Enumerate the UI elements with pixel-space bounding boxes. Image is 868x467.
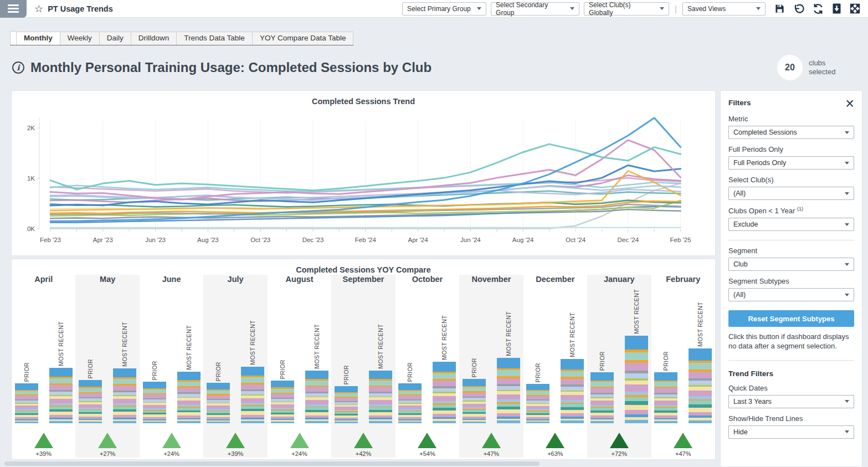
bar-segment (433, 421, 456, 423)
yoy-change-value: +47% (484, 450, 499, 457)
bar-segment (561, 371, 584, 377)
clubs-globally-dropdown[interactable]: Select Club(s) Globally (584, 2, 669, 16)
filter-label: Show/Hide Trend Lines (728, 414, 854, 423)
toolbar: Select Primary Group Select Secondary Gr… (402, 2, 868, 16)
bar-segment (271, 422, 294, 423)
most-recent-bar (49, 368, 73, 423)
bar-segment (625, 381, 648, 385)
bar-segment (241, 384, 264, 389)
chevron-down-icon (845, 162, 849, 165)
tab-trends-data-table[interactable]: Trends Data Table (177, 32, 253, 45)
horizontal-scrollbar[interactable] (4, 461, 540, 466)
prior-bar (207, 383, 230, 423)
undo-icon[interactable] (793, 3, 804, 14)
bar-label: PRIOR (599, 351, 605, 371)
bar-segment (625, 420, 648, 423)
tab-daily[interactable]: Daily (100, 32, 131, 45)
reset-segment-subtypes-button[interactable]: Reset Segment Subtypes (728, 310, 854, 327)
bar-segment (177, 388, 201, 392)
tab-stub (10, 31, 17, 45)
saved-views-dropdown[interactable]: Saved Views (682, 2, 766, 16)
trend-chart-card: Completed Sessions Trend 0K1K2KFeb '23Ap… (11, 90, 716, 256)
filter-select-full-periods-only[interactable]: Full Periods Only (728, 156, 854, 170)
filter-select-value: Hide (733, 428, 748, 436)
prior-bar (15, 383, 38, 423)
bar-segment (369, 371, 392, 379)
tab-drilldown[interactable]: Drilldown (131, 32, 177, 45)
most-recent-bar-group: MOST RECENT (369, 324, 392, 423)
bar-segment (433, 362, 456, 372)
bar-segment (49, 378, 73, 383)
bar-segment (143, 382, 166, 388)
expand-icon[interactable] (850, 3, 860, 14)
close-icon[interactable]: × (845, 99, 854, 109)
menu-icon[interactable] (0, 0, 27, 18)
panel-divider (728, 240, 854, 240)
tab-monthly[interactable]: Monthly (17, 32, 60, 45)
filter-select-clubs-open-1-year[interactable]: Exclude (728, 218, 854, 231)
most-recent-bar-group: MOST RECENT (177, 325, 201, 423)
month-label: June (162, 275, 181, 288)
bar-label: MOST RECENT (314, 324, 320, 369)
info-icon[interactable]: i (12, 61, 24, 74)
refresh-icon[interactable] (813, 3, 824, 14)
most-recent-bar-group: MOST RECENT (49, 321, 73, 423)
bar-pair: PRIORMOST RECENT (335, 288, 392, 423)
download-icon[interactable] (832, 3, 841, 14)
chevron-down-icon (570, 7, 574, 10)
primary-group-dropdown-label: Select Primary Group (407, 5, 471, 13)
month-label: September (343, 275, 384, 288)
page-header: i Monthly Personal Training Usage: Compl… (12, 55, 861, 80)
top-bar: ☆ PT Usage Trends Select Primary Group S… (0, 0, 868, 18)
most-recent-bar-group: MOST RECENT (561, 312, 584, 423)
secondary-group-dropdown[interactable]: Select Secondary Group (491, 2, 579, 16)
tab-weekly[interactable]: Weekly (60, 32, 100, 45)
filter-label: Clubs Open < 1 Year (1) (728, 206, 854, 215)
chevron-down-icon (660, 7, 664, 10)
bar-segment (305, 400, 328, 404)
filter-select-metric[interactable]: Completed Sessions (728, 126, 854, 139)
bar-segment (654, 372, 677, 381)
prior-bar (143, 382, 166, 423)
save-icon[interactable] (774, 3, 785, 14)
bar-segment (369, 387, 392, 392)
bar-segment (305, 381, 328, 386)
month-label: April (34, 275, 53, 288)
filter-label: Full Periods Only (728, 145, 854, 153)
month-label: October (412, 275, 443, 288)
filter-panel: Filters × MetricCompleted SessionsFull P… (720, 90, 862, 467)
filter-group-show-hide-trend-lines: Show/Hide Trend LinesHide (728, 414, 854, 439)
month-label: August (286, 275, 314, 288)
filter-select-segment-subtypes[interactable]: (All) (728, 288, 854, 301)
primary-group-dropdown[interactable]: Select Primary Group (402, 2, 486, 16)
prior-bar-group: PRIOR (15, 362, 38, 423)
bar-label: MOST RECENT (186, 325, 192, 370)
filter-select-show-hide-trend-lines[interactable]: Hide (728, 425, 854, 439)
filter-select-segment[interactable]: Club (728, 258, 854, 271)
favorite-star-icon[interactable]: ☆ (34, 4, 43, 14)
prior-bar (79, 380, 102, 423)
bar-label: MOST RECENT (569, 312, 576, 357)
bar-segment (398, 383, 422, 390)
yoy-month-column-january: JanuaryPRIORMOST RECENT+72% (587, 275, 651, 458)
filter-select-select-club-s[interactable]: (All) (728, 187, 854, 200)
prior-bar-group: PRIOR (207, 362, 230, 423)
axis-tick-label: Feb '25 (670, 237, 691, 243)
bar-segment (590, 372, 614, 381)
tab-strip: Monthly Weekly Daily Drilldown Trends Da… (10, 31, 353, 45)
bar-label: MOST RECENT (505, 311, 512, 356)
filter-select-quick-dates[interactable]: Last 3 Years (728, 395, 854, 408)
prior-bar (463, 379, 486, 423)
bar-segment (561, 420, 584, 423)
yoy-change-value: +54% (419, 450, 435, 457)
bar-label: PRIOR (471, 358, 477, 377)
chevron-down-icon (845, 430, 849, 433)
most-recent-bar-group: MOST RECENT (433, 315, 456, 423)
tab-yoy-compare-data-table[interactable]: YOY Compare Data Table (253, 32, 354, 45)
prior-bar (654, 372, 677, 423)
increase-triangle-icon (482, 433, 501, 448)
clubs-count-label: clubs selected (809, 59, 841, 77)
filter-select-value: Club (733, 260, 748, 268)
filter-label: Segment Subtypes (728, 277, 854, 285)
chevron-down-icon (845, 263, 849, 266)
